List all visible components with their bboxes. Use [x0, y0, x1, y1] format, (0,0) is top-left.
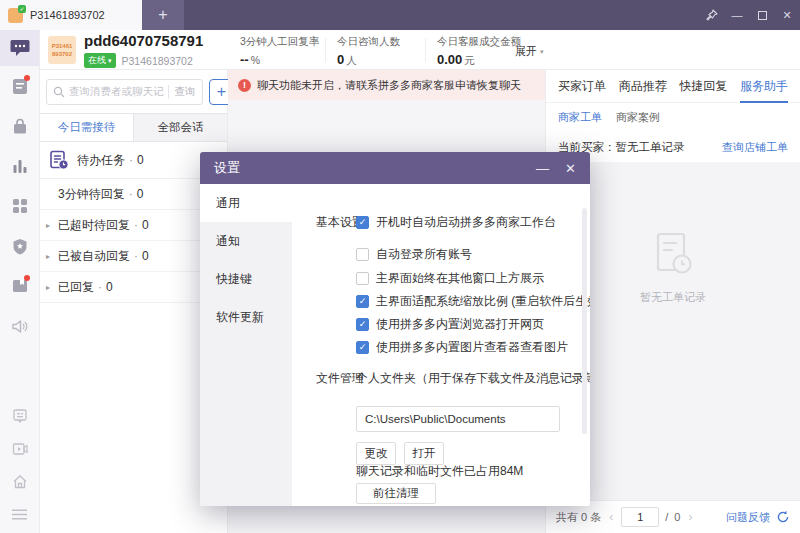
settings-dialog-title: 设置	[214, 159, 240, 177]
checkbox[interactable]	[356, 295, 369, 308]
bar-chart-icon	[12, 159, 28, 174]
option-autologin: 自动登录所有账号	[356, 246, 472, 262]
refresh-icon[interactable]	[776, 510, 790, 524]
sidebar-item-announce[interactable]	[0, 306, 39, 346]
stat-visitors: 今日咨询人数 0人	[337, 35, 429, 68]
subtab-merchant-tickets[interactable]: 商家工单	[558, 110, 602, 125]
tab-all-sessions[interactable]: 全部会话	[133, 114, 227, 141]
sidebar-item-menu[interactable]	[0, 498, 39, 531]
sidebar-item-home[interactable]	[0, 465, 39, 498]
sidebar-item-data[interactable]	[0, 146, 39, 186]
warning-banner: ! 聊天功能未开启，请联系拼多多商家客服申请恢复聊天	[228, 70, 545, 100]
storage-usage-text: 聊天记录和临时文件已占用84M	[356, 463, 523, 480]
close-button[interactable]: ✕	[778, 6, 796, 24]
account-tab[interactable]: ✓ P31461893702	[0, 0, 142, 30]
prev-page-icon[interactable]: ‹	[607, 510, 615, 524]
feedback-link[interactable]: 问题反馈	[726, 510, 770, 525]
dialog-minimize-button[interactable]: —	[536, 161, 549, 176]
checkbox[interactable]	[356, 216, 369, 229]
folder-path-input[interactable]	[356, 406, 560, 432]
account-tab-label: P31461893702	[30, 9, 105, 21]
tab-quick-reply[interactable]: 快捷回复	[679, 70, 727, 103]
tab-service-assistant[interactable]: 服务助手	[740, 70, 788, 103]
bubble-board-icon	[12, 408, 28, 424]
checkbox[interactable]	[356, 341, 369, 354]
settings-dialog-body: 通用 通知 快捷键 软件更新 基本设置 开机时自动启动拼多多商家工作台 自动登录…	[200, 184, 590, 506]
next-page-icon[interactable]: ›	[686, 510, 694, 524]
tab-product-recommend[interactable]: 商品推荐	[619, 70, 667, 103]
option-builtin-browser: 使用拼多多内置浏览器打开网页	[356, 316, 544, 332]
avatar: P31461893702	[48, 36, 76, 64]
dialog-close-button[interactable]: ✕	[565, 161, 576, 176]
chat-icon	[10, 39, 30, 57]
assistant-tabs: 买家订单 商品推荐 快捷回复 服务助手	[546, 70, 800, 103]
page-separator: /	[665, 511, 668, 523]
option-always-on-top: 主界面始终在其他窗口上方展示	[356, 270, 544, 286]
sidebar-item-notice-board[interactable]	[0, 399, 39, 432]
video-icon	[12, 442, 28, 456]
shop-bag-icon	[12, 118, 28, 135]
total-count: 共有 0 条	[556, 510, 601, 525]
notification-dot	[24, 75, 30, 81]
tab-buyer-orders[interactable]: 买家订单	[558, 70, 606, 103]
search-input[interactable]: 查询消费者或聊天记录 查询	[46, 79, 203, 105]
chevron-right-icon: ▸	[46, 221, 54, 230]
sidebar-item-video[interactable]	[0, 432, 39, 465]
settings-tab-shortcuts[interactable]: 快捷键	[200, 260, 292, 298]
dialog-scrollbar[interactable]	[582, 208, 587, 434]
chevron-right-icon: ▸	[46, 252, 54, 261]
titlebar: ✓ P31461893702 + — ✕	[0, 0, 800, 30]
search-row: 查询消费者或聊天记录 查询 +	[40, 70, 227, 113]
sidebar-item-goods[interactable]	[0, 266, 39, 306]
search-button[interactable]: 查询	[168, 85, 196, 99]
online-status-badge[interactable]: 在线▾	[84, 53, 116, 68]
change-folder-button[interactable]: 更改	[356, 442, 396, 465]
menu-icon	[12, 509, 27, 520]
sidebar-item-apps[interactable]	[0, 186, 39, 226]
account-id: P31461893702	[122, 55, 193, 67]
open-folder-button[interactable]: 打开	[404, 442, 444, 465]
minimize-button[interactable]: —	[728, 6, 746, 24]
app-icon: ✓	[8, 8, 23, 23]
page-input[interactable]	[621, 507, 659, 527]
sidebar-item-shop[interactable]	[0, 106, 39, 146]
tab-today-reception[interactable]: 今日需接待	[40, 114, 133, 141]
sidebar-item-security[interactable]	[0, 226, 39, 266]
checkbox[interactable]	[356, 272, 369, 285]
search-icon	[53, 86, 65, 98]
new-tab-button[interactable]: +	[142, 0, 184, 30]
checkbox[interactable]	[356, 318, 369, 331]
sidebar-item-chat[interactable]	[0, 30, 39, 66]
conversation-tabs: 今日需接待 全部会话	[40, 113, 227, 142]
option-image-viewer: 使用拼多多内置图片查看器查看图片	[356, 339, 568, 355]
sidebar-item-orders[interactable]	[0, 66, 39, 106]
merchant-workstation-app: ✓ P31461893702 + — ✕	[0, 0, 800, 533]
group-replied[interactable]: ▸ 已回复·0	[40, 272, 227, 303]
chevron-right-icon: ▸	[46, 283, 54, 292]
empty-ticket-icon	[650, 230, 696, 280]
chevron-down-icon: ▾	[108, 57, 112, 65]
sidebar-bottom-group	[0, 399, 39, 533]
subtab-merchant-cases[interactable]: 商家案例	[616, 110, 660, 125]
pin-icon[interactable]	[703, 6, 721, 24]
page-total: 0	[674, 511, 680, 523]
chevron-down-icon: ▾	[540, 48, 544, 56]
settings-tab-updates[interactable]: 软件更新	[200, 298, 292, 336]
apps-grid-icon	[12, 198, 28, 214]
shield-star-icon	[12, 238, 28, 255]
group-auto-replied[interactable]: ▸ 已被自动回复·0	[40, 241, 227, 272]
clean-button[interactable]: 前往清理	[356, 483, 436, 504]
speaker-icon	[11, 319, 28, 334]
settings-tab-general[interactable]: 通用	[200, 184, 292, 222]
group-overtime-pending[interactable]: ▸ 已超时待回复·0	[40, 210, 227, 241]
online-check-icon: ✓	[18, 5, 26, 13]
settings-tab-notifications[interactable]: 通知	[200, 222, 292, 260]
query-shop-tickets-link[interactable]: 查询店铺工单	[722, 140, 788, 155]
shop-header: P31461893702 pdd64070758791 在线▾ P3146189…	[40, 30, 800, 70]
todo-task-row[interactable]: 待办任务·0	[40, 142, 227, 179]
expand-button[interactable]: 展开▾	[515, 44, 544, 59]
checkbox[interactable]	[356, 248, 369, 261]
group-3min-pending[interactable]: ▸ 3分钟待回复·0	[40, 179, 227, 210]
maximize-button[interactable]	[753, 6, 771, 24]
settings-content: 基本设置 开机时自动启动拼多多商家工作台 自动登录所有账号 主界面始终在其他窗口…	[292, 184, 590, 506]
